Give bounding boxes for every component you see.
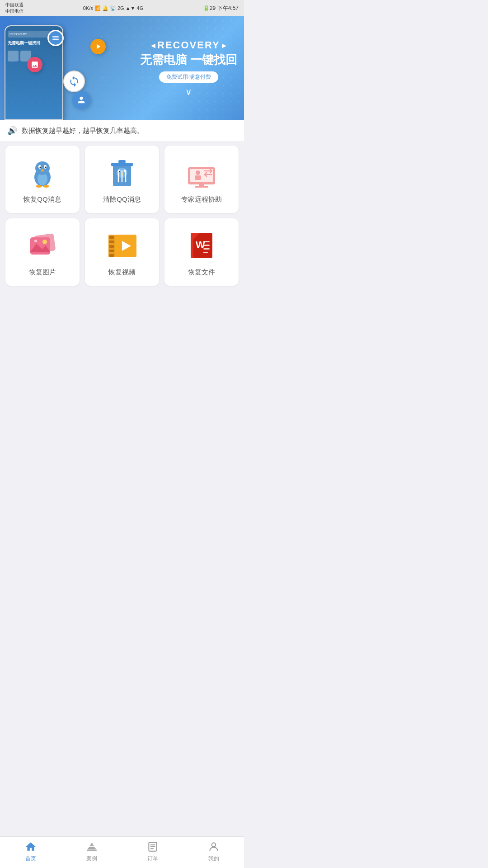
notice-bar: 🔊 数据恢复越早越好，越早恢复几率越高。 [0,120,244,141]
svg-point-5 [40,166,41,168]
grid-item-clear-qq[interactable]: 清除QQ消息 [85,146,159,213]
svg-rect-49 [203,252,208,253]
carrier-info: 中国联通 中国电信 [5,2,23,14]
svg-rect-47 [203,245,210,246]
svg-point-2 [35,161,50,175]
svg-point-9 [43,185,49,188]
grid-item-expert[interactable]: 专家远程协助 [164,146,239,213]
notice-text: 数据恢复越早越好，越早恢复几率越高。 [22,127,144,135]
svg-rect-38 [109,250,114,252]
file-icon: W [185,229,218,262]
time-battery: 🔋29 下午4:57 [203,5,239,12]
recovery-title: RECOVERY [157,39,220,51]
grid-item-restore-photo[interactable]: 恢复图片 [5,218,80,286]
grid-item-restore-video[interactable]: 恢复视频 [85,218,159,286]
svg-point-6 [45,166,47,168]
svg-point-33 [34,240,37,242]
svg-rect-35 [109,236,114,239]
grid-item-restore-qq[interactable]: 恢复QQ消息 [5,146,80,213]
expert-icon [185,156,218,189]
svg-rect-27 [195,186,208,188]
carrier1-label: 中国联通 [5,2,23,8]
banner-chevron-icon: ∨ [140,86,237,97]
network-speed: 0K/s 📶 🔔 📡 2G ▲▼ 4G [83,5,143,11]
svg-rect-46 [203,241,210,242]
time-label: 下午4:57 [217,5,239,11]
svg-rect-11 [111,163,133,166]
banner-badge: 免费试用·满意付费 [159,71,218,83]
svg-point-32 [42,240,47,244]
photo-icon [26,229,59,262]
qq-clear-icon [106,156,138,189]
svg-rect-39 [109,254,114,257]
banner-main-title: 无需电脑 一键找回 [140,52,237,68]
grid-item-restore-file[interactable]: W 恢复文件 [164,218,239,286]
status-bar: 中国联通 中国电信 0K/s 📶 🔔 📡 2G ▲▼ 4G 🔋29 下午4:57 [0,0,244,16]
svg-point-7 [41,169,44,171]
svg-point-8 [36,185,42,188]
svg-point-24 [196,170,200,175]
feature-grid: 恢复QQ消息 清除 [0,141,244,290]
svg-point-16 [119,170,120,171]
svg-rect-25 [195,175,201,180]
svg-rect-36 [109,241,114,243]
grid-label-restore-photo: 恢复图片 [29,268,56,277]
grid-label-restore-file: 恢复文件 [188,268,215,277]
speaker-icon: 🔊 [7,126,17,136]
grid-label-clear-qq: 清除QQ消息 [103,195,141,204]
video-icon [106,229,138,262]
svg-rect-37 [109,245,114,248]
grid-label-expert: 专家远程协助 [181,195,222,204]
svg-rect-48 [203,248,210,250]
battery-label: 29 [210,5,216,11]
hero-banner[interactable]: RECOVERY → 无需电脑一键找回 [0,16,244,120]
carrier2-label: 中国电信 [5,8,23,14]
svg-rect-12 [118,160,126,163]
qq-restore-icon [26,156,59,189]
banner-text-area: ◀ RECOVERY ▶ 无需电脑 一键找回 免费试用·满意付费 ∨ [140,39,237,97]
svg-rect-30 [30,237,50,255]
grid-label-restore-qq: 恢复QQ消息 [23,195,61,204]
speed-label: 0K/s [83,5,93,11]
grid-label-restore-video: 恢复视频 [108,268,136,277]
